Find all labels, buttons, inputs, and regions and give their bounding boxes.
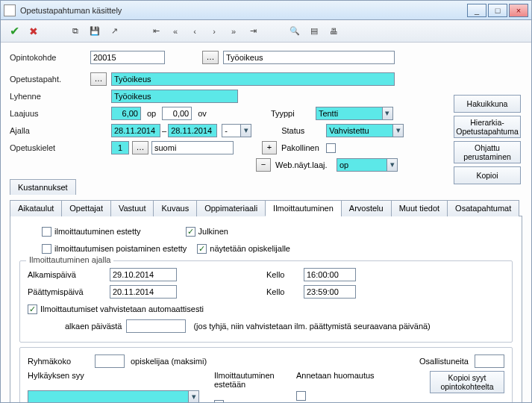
alkamis-value[interactable]: 29.10.2014	[110, 268, 177, 281]
opintokohde-browse[interactable]: …	[202, 51, 219, 64]
hierarkia-button[interactable]: Hierarkia-Opetustapahtuma	[454, 116, 521, 138]
opintokohde-code[interactable]: 20015	[90, 51, 165, 64]
paattymis-value[interactable]: 20.11.2014	[110, 285, 177, 299]
tab-opettajat[interactable]: Opettajat	[61, 200, 111, 216]
tyyppi-value[interactable]: Tentti	[316, 107, 383, 120]
tab-kuvaus[interactable]: Kuvaus	[153, 200, 197, 216]
laajuus-op[interactable]: 6,00	[111, 107, 141, 120]
maximize-button[interactable]	[488, 4, 507, 17]
last-icon[interactable]: ⇥	[245, 24, 260, 39]
tab-osatapahtumat[interactable]: Osatapahtumat	[447, 200, 519, 216]
opiskelijaa-label: opiskelijaa (maksimi)	[131, 357, 207, 366]
pakollinen-label: Pakollinen	[281, 143, 326, 152]
julkinen-checkbox[interactable]	[186, 227, 195, 237]
kello-loppu[interactable]: 23:59:00	[304, 285, 356, 299]
ilmo-ajalla-group: Ilmoittautuminen ajalla Alkamispäivä 29.…	[19, 260, 513, 343]
hylkays-dropdown[interactable]: ▾	[189, 390, 199, 402]
webnayt-label: Web.näyt.laaj.	[275, 160, 337, 169]
toolbar: ✔ ✖ ⧉ 💾 ↗ ⇤ « ‹ › » ⇥ 🔍 ▤ 🖶	[1, 20, 531, 43]
close-button[interactable]	[509, 4, 528, 17]
tyyppi-label: Tyyppi	[271, 109, 316, 118]
opintokohde-label: Opintokohde	[10, 53, 90, 62]
props-icon[interactable]: ▤	[307, 24, 322, 39]
ov-label: ov	[192, 109, 213, 118]
ajalla-sep: –	[160, 126, 168, 135]
right-buttons: Hakuikkuna Hierarkia-Opetustapahtuma Ohj…	[454, 95, 521, 184]
status-dropdown[interactable]: ▾	[393, 124, 404, 137]
content: Opintokohde 20015 … Työoikeus Opetustapa…	[1, 43, 531, 402]
cancel-icon[interactable]: ✖	[26, 24, 41, 39]
tab-aikataulut[interactable]: Aikataulut	[10, 200, 62, 216]
titlebar: Opetustapahtuman käsittely	[1, 1, 531, 20]
tyyppi-dropdown[interactable]: ▾	[383, 107, 393, 120]
opetustapaht-value[interactable]: Työoikeus	[111, 72, 395, 86]
hylkays-label: Hylkäyksen syy	[28, 371, 214, 380]
ryhma-group: Ryhmäkoko opiskelijaa (maksimi) Osallist…	[19, 347, 513, 402]
tab-ilmoittautuminen[interactable]: Ilmoittautuminen	[265, 200, 342, 216]
status-value[interactable]: Vahvistettu	[326, 124, 393, 137]
save-icon[interactable]: 💾	[87, 24, 102, 39]
estetty-checkbox[interactable]	[42, 227, 51, 237]
opetuskielet-code[interactable]: 1	[111, 141, 129, 154]
app-icon	[4, 4, 16, 16]
kello-label-2: Kello	[266, 287, 304, 296]
kello-alku[interactable]: 16:00:00	[304, 268, 356, 281]
search-icon[interactable]: 🔍	[287, 24, 302, 39]
webnayt-value[interactable]: op	[337, 158, 387, 172]
prev-icon[interactable]: ‹	[187, 24, 202, 39]
opetuskielet-browse[interactable]: …	[132, 141, 148, 154]
remove-lang-button[interactable]: −	[256, 158, 271, 172]
lyhenne-value[interactable]: Työoikeus	[111, 90, 238, 103]
ilmo-ajalla-legend: Ilmoittautuminen ajalla	[26, 255, 113, 264]
prev-page-icon[interactable]: «	[168, 24, 183, 39]
ok-icon[interactable]: ✔	[7, 24, 22, 39]
kello-label-1: Kello	[266, 270, 304, 279]
first-icon[interactable]: ⇤	[148, 24, 163, 39]
export-icon[interactable]: ↗	[107, 24, 122, 39]
osall-value[interactable]	[475, 354, 504, 368]
webnayt-dropdown[interactable]: ▾	[387, 158, 398, 172]
poist-estetty-checkbox[interactable]	[42, 244, 51, 254]
opetustapaht-browse[interactable]: …	[90, 72, 107, 86]
paattymis-label: Päättymispäivä	[28, 287, 110, 296]
tab-arvostelu[interactable]: Arvostelu	[341, 200, 392, 216]
add-lang-button[interactable]: +	[262, 141, 277, 154]
kopioisyyt-button[interactable]: Kopioi syyt opintokohteelta	[430, 371, 504, 393]
ilmo-estetaan-checkbox[interactable]	[214, 400, 224, 402]
ohjattu-button[interactable]: Ohjattu perustaminen	[454, 141, 521, 163]
ajalla-extra-dropdown[interactable]: ▾	[241, 124, 251, 137]
alkaen-value[interactable]	[126, 319, 186, 333]
kopioi-button[interactable]: Kopioi	[454, 166, 521, 184]
status-label: Status	[281, 126, 326, 135]
next-page-icon[interactable]: »	[226, 24, 241, 39]
ilmo-estetaan-label: Ilmoittautuminen estetään	[214, 371, 296, 389]
hylkays-combo[interactable]	[28, 390, 189, 402]
ryhmakoko-value[interactable]	[95, 354, 125, 368]
ajalla-extra[interactable]: -	[222, 124, 241, 137]
tab-oppimateriaali[interactable]: Oppimateriaali	[196, 200, 266, 216]
julkinen-label: Julkinen	[198, 227, 228, 236]
opetuskielet-name[interactable]: suomi	[151, 141, 234, 154]
copy-icon[interactable]: ⧉	[68, 24, 83, 39]
hakuikkuna-button[interactable]: Hakuikkuna	[454, 95, 521, 113]
next-icon[interactable]: ›	[207, 24, 222, 39]
tab-muut[interactable]: Muut tiedot	[391, 200, 448, 216]
annetaan-checkbox[interactable]	[296, 391, 306, 401]
alkaen-hint: (jos tyhjä, niin vahvistetaan ilm. päätt…	[193, 322, 430, 331]
op-label: op	[141, 109, 162, 118]
opintokohde-name[interactable]: Työoikeus	[223, 51, 395, 64]
tab-vastuut[interactable]: Vastuut	[110, 200, 154, 216]
ajalla-end[interactable]: 28.11.2014	[168, 124, 217, 137]
minimize-button[interactable]	[467, 4, 486, 17]
pakollinen-checkbox[interactable]	[326, 143, 336, 153]
laajuus-label: Laajuus	[10, 109, 90, 118]
tab-kustannukset[interactable]: Kustannukset	[10, 179, 76, 195]
naytetaan-label: näytetään opiskelijalle	[210, 244, 290, 253]
osall-label: Osallistuneita	[419, 357, 469, 366]
laajuus-ov[interactable]: 0,00	[162, 107, 192, 120]
print-icon[interactable]: 🖶	[326, 24, 341, 39]
auto-checkbox[interactable]	[28, 304, 37, 314]
ajalla-start[interactable]: 28.11.2014	[111, 124, 160, 137]
annetaan-label: Annetaan huomautus	[296, 371, 401, 380]
naytetaan-checkbox[interactable]	[197, 244, 207, 254]
